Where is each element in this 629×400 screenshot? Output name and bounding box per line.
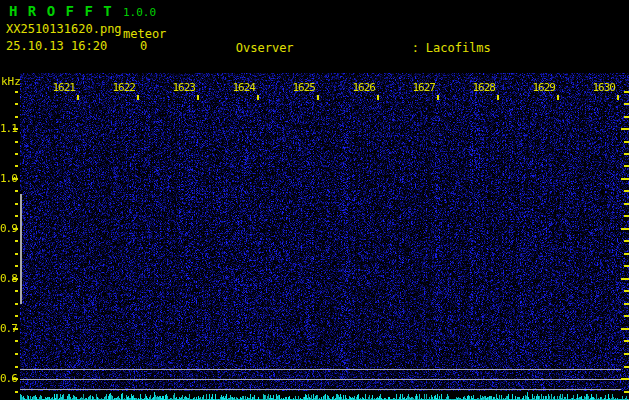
time-tick-label: 1627: [405, 82, 435, 94]
time-tick-label: 1624: [225, 82, 255, 94]
freq-minor-tick-right: [624, 253, 629, 255]
freq-minor-tick-left: [15, 240, 18, 242]
freq-minor-tick-left: [15, 315, 18, 317]
app-version: 1.0.0: [123, 6, 156, 19]
freq-minor-tick-right: [624, 353, 629, 355]
time-tick-label: 1625: [285, 82, 315, 94]
freq-tick-label: 0.7: [0, 323, 13, 335]
freq-tick-label: 1.1: [0, 123, 13, 135]
freq-minor-tick-left: [15, 340, 18, 342]
time-tick: [557, 95, 559, 100]
freq-tick-label: 0.6: [0, 373, 13, 385]
frequency-band-marker: [20, 194, 22, 304]
freq-major-tick-right: [621, 128, 629, 130]
frequency-unit-label: kHz: [1, 75, 21, 88]
time-tick: [317, 95, 319, 100]
freq-minor-tick-left: [15, 265, 18, 267]
hrofft-output-screen: H R O F F T 1.0.0 XX2510131620.png meteo…: [0, 0, 629, 400]
time-tick-label: 1628: [465, 82, 495, 94]
freq-minor-tick-right: [624, 215, 629, 217]
app-title: H R O F F T: [9, 3, 113, 19]
time-tick: [497, 95, 499, 100]
freq-minor-tick-right: [624, 240, 629, 242]
freq-minor-tick-left: [15, 391, 18, 393]
time-tick: [377, 95, 379, 100]
freq-minor-tick-left: [15, 353, 18, 355]
freq-minor-tick-right: [624, 141, 629, 143]
reference-line: [20, 369, 621, 370]
freq-minor-tick-right: [624, 340, 629, 342]
freq-minor-tick-left: [15, 366, 18, 368]
freq-minor-tick-left: [15, 103, 18, 105]
reference-line: [20, 389, 621, 390]
time-tick: [257, 95, 259, 100]
time-tick-label: 1629: [525, 82, 555, 94]
freq-major-tick-right: [621, 378, 629, 380]
info-row-observer: Ovserver:Lacofilms: [178, 29, 592, 42]
freq-minor-tick-left: [15, 165, 18, 167]
freq-minor-tick-right: [624, 153, 629, 155]
freq-minor-tick-right: [624, 265, 629, 267]
freq-minor-tick-left: [15, 116, 18, 118]
date-time: 25.10.13 16:20: [6, 39, 107, 53]
freq-minor-tick-right: [624, 91, 629, 93]
time-tick-label: 1622: [105, 82, 135, 94]
time-tick: [197, 95, 199, 100]
time-tick-label: 1621: [45, 82, 75, 94]
spectrogram-canvas: [20, 73, 629, 400]
separator: :: [412, 42, 419, 55]
freq-minor-tick-right: [624, 190, 629, 192]
freq-minor-tick-right: [624, 116, 629, 118]
time-tick: [77, 95, 79, 100]
time-tick-label: 1623: [165, 82, 195, 94]
time-tick-label: 1630: [585, 82, 615, 94]
freq-major-tick-right: [621, 178, 629, 180]
freq-tick-label: 1.0: [0, 173, 13, 185]
time-tick: [137, 95, 139, 100]
freq-minor-tick-right: [624, 203, 629, 205]
freq-minor-tick-right: [624, 391, 629, 393]
freq-minor-tick-left: [15, 190, 18, 192]
freq-minor-tick-right: [624, 103, 629, 105]
freq-minor-tick-right: [624, 315, 629, 317]
freq-minor-tick-left: [15, 253, 18, 255]
freq-minor-tick-left: [15, 91, 18, 93]
freq-major-tick-right: [621, 278, 629, 280]
freq-minor-tick-right: [624, 303, 629, 305]
time-tick-label: 1626: [345, 82, 375, 94]
freq-minor-tick-left: [15, 303, 18, 305]
freq-major-tick-right: [621, 228, 629, 230]
freq-minor-tick-left: [15, 141, 18, 143]
freq-minor-tick-right: [624, 290, 629, 292]
meteor-count: 0: [140, 39, 147, 53]
time-tick: [617, 95, 619, 100]
freq-tick-label: 0.9: [0, 223, 13, 235]
freq-minor-tick-right: [624, 366, 629, 368]
freq-minor-tick-left: [15, 153, 18, 155]
freq-major-tick-right: [621, 328, 629, 330]
freq-minor-tick-left: [15, 215, 18, 217]
observer-label: Ovserver: [236, 42, 412, 55]
freq-minor-tick-left: [15, 203, 18, 205]
reference-line: [20, 379, 621, 380]
freq-tick-label: 0.8: [0, 273, 13, 285]
time-tick: [437, 95, 439, 100]
output-filename: XX2510131620.png: [6, 22, 122, 36]
freq-minor-tick-left: [15, 290, 18, 292]
freq-minor-tick-right: [624, 165, 629, 167]
observer-value: Lacofilms: [426, 41, 491, 55]
